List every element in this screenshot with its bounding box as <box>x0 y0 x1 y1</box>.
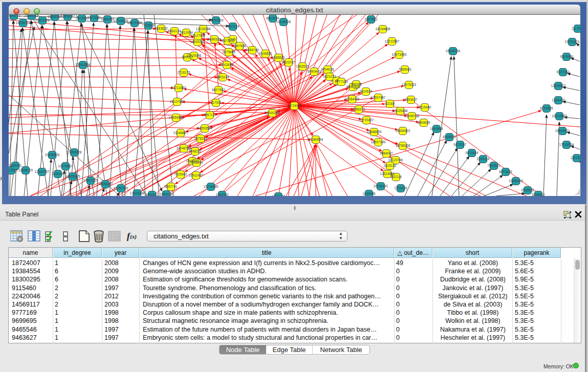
svg-text:13353594: 13353594 <box>198 126 212 130</box>
svg-text:17957225: 17957225 <box>83 179 98 182</box>
svg-text:9794028: 9794028 <box>321 68 334 71</box>
svg-text:7663822: 7663822 <box>155 27 168 30</box>
svg-text:10025438: 10025438 <box>393 109 408 113</box>
svg-text:18127502: 18127502 <box>191 34 206 37</box>
svg-text:1640954: 1640954 <box>430 127 443 130</box>
svg-text:12093872: 12093872 <box>551 84 566 87</box>
svg-text:1835001: 1835001 <box>9 164 22 167</box>
svg-text:9884067: 9884067 <box>380 151 393 155</box>
svg-text:6899695: 6899695 <box>417 121 430 124</box>
svg-text:25053346: 25053346 <box>76 63 91 67</box>
svg-text:16671355: 16671355 <box>127 21 142 25</box>
svg-text:8990443: 8990443 <box>308 70 321 73</box>
svg-text:8813054: 8813054 <box>266 16 279 20</box>
svg-text:8322037: 8322037 <box>282 60 295 64</box>
svg-text:20691406: 20691406 <box>25 15 39 17</box>
svg-text:17359928: 17359928 <box>67 150 82 154</box>
svg-text:1292344: 1292344 <box>272 194 285 196</box>
svg-text:1588520: 1588520 <box>272 56 285 59</box>
svg-text:3678334: 3678334 <box>194 137 207 140</box>
svg-text:19654985: 19654985 <box>169 116 184 119</box>
svg-text:17016504: 17016504 <box>559 143 574 146</box>
svg-text:9242848: 9242848 <box>220 63 233 67</box>
svg-text:9777169: 9777169 <box>335 80 348 83</box>
svg-text:2718176: 2718176 <box>177 71 190 74</box>
svg-text:9146821: 9146821 <box>259 52 272 55</box>
svg-text:15136141: 15136141 <box>374 184 388 188</box>
svg-text:12213967: 12213967 <box>385 39 400 43</box>
svg-text:9227342: 9227342 <box>556 70 570 74</box>
svg-text:8215955: 8215955 <box>540 106 553 110</box>
svg-text:10958187: 10958187 <box>98 182 113 186</box>
svg-text:1527602: 1527602 <box>88 16 101 19</box>
svg-text:8471626: 8471626 <box>499 170 512 173</box>
svg-text:11568129: 11568129 <box>18 168 33 172</box>
svg-text:7485063: 7485063 <box>398 68 411 71</box>
svg-text:746266: 746266 <box>351 82 362 86</box>
svg-text:18807249: 18807249 <box>371 140 386 144</box>
svg-text:2450122: 2450122 <box>160 192 173 196</box>
svg-text:2867608: 2867608 <box>233 44 246 48</box>
svg-text:3675685: 3675685 <box>222 50 235 54</box>
svg-text:3267110: 3267110 <box>204 113 216 117</box>
svg-text:20364436: 20364436 <box>345 97 360 101</box>
svg-text:1621072: 1621072 <box>323 75 336 78</box>
svg-text:9529906: 9529906 <box>560 55 573 58</box>
svg-text:3498222: 3498222 <box>188 149 202 153</box>
svg-text:8938923: 8938923 <box>443 135 456 139</box>
svg-text:10975857: 10975857 <box>58 164 73 168</box>
svg-text:1362615: 1362615 <box>296 64 309 68</box>
svg-text:2935114: 2935114 <box>477 157 490 161</box>
svg-text:10653287: 10653287 <box>60 15 75 18</box>
svg-text:9850412: 9850412 <box>145 193 159 196</box>
svg-text:15692971: 15692971 <box>555 129 570 133</box>
svg-text:1244415: 1244415 <box>552 98 565 102</box>
svg-text:6466160: 6466160 <box>101 17 114 21</box>
svg-text:117006: 117006 <box>210 101 222 104</box>
svg-text:9463627: 9463627 <box>404 98 418 101</box>
svg-text:16210643: 16210643 <box>552 114 567 118</box>
svg-text:7986372: 7986372 <box>352 107 365 111</box>
svg-text:10719155: 10719155 <box>114 19 128 23</box>
svg-text:10756928: 10756928 <box>396 144 410 147</box>
svg-text:2087682: 2087682 <box>364 17 378 21</box>
svg-text:15751074: 15751074 <box>565 40 580 43</box>
svg-text:22420046: 22420046 <box>187 54 202 57</box>
svg-text:12213383: 12213383 <box>171 86 186 90</box>
svg-text:19166827: 19166827 <box>173 131 188 135</box>
svg-text:2803144: 2803144 <box>216 75 229 79</box>
svg-text:12923448: 12923448 <box>130 191 145 195</box>
svg-text:62160: 62160 <box>385 102 395 105</box>
svg-text:9348900: 9348900 <box>190 161 203 164</box>
svg-text:1145194: 1145194 <box>52 172 64 176</box>
svg-text:8186328: 8186328 <box>208 37 221 41</box>
svg-text:19218506: 19218506 <box>276 20 291 24</box>
svg-text:8427552: 8427552 <box>212 88 225 92</box>
svg-text:16154808: 16154808 <box>376 27 390 31</box>
svg-text:15720407: 15720407 <box>359 118 374 122</box>
svg-text:18724007: 18724007 <box>287 104 302 107</box>
svg-text:16107553: 16107553 <box>170 100 185 103</box>
svg-text:9245612: 9245612 <box>532 193 545 196</box>
svg-text:(x): (x) <box>130 233 137 240</box>
svg-text:9657791: 9657791 <box>164 185 178 188</box>
svg-text:16648784: 16648784 <box>446 49 461 53</box>
svg-text:10973493: 10973493 <box>392 53 407 56</box>
svg-text:14055712: 14055712 <box>16 21 31 25</box>
svg-text:8660124: 8660124 <box>168 29 181 33</box>
svg-text:7625402: 7625402 <box>174 172 187 176</box>
svg-text:9245652: 9245652 <box>521 188 534 192</box>
svg-text:12975115: 12975115 <box>402 83 417 86</box>
svg-text:16120746: 16120746 <box>388 158 403 162</box>
svg-text:1962342: 1962342 <box>215 193 229 196</box>
svg-text:9474444: 9474444 <box>465 151 478 155</box>
svg-text:1527602: 1527602 <box>75 16 89 20</box>
svg-text:13226058: 13226058 <box>196 27 211 31</box>
svg-text:8454749: 8454749 <box>246 48 259 52</box>
svg-text:13495798: 13495798 <box>405 114 420 118</box>
svg-text:15716485: 15716485 <box>204 185 219 188</box>
svg-text:19654923: 19654923 <box>396 129 410 133</box>
svg-text:12505135: 12505135 <box>66 174 80 178</box>
svg-text:10507487: 10507487 <box>371 96 386 99</box>
svg-text:16543382: 16543382 <box>190 40 205 43</box>
